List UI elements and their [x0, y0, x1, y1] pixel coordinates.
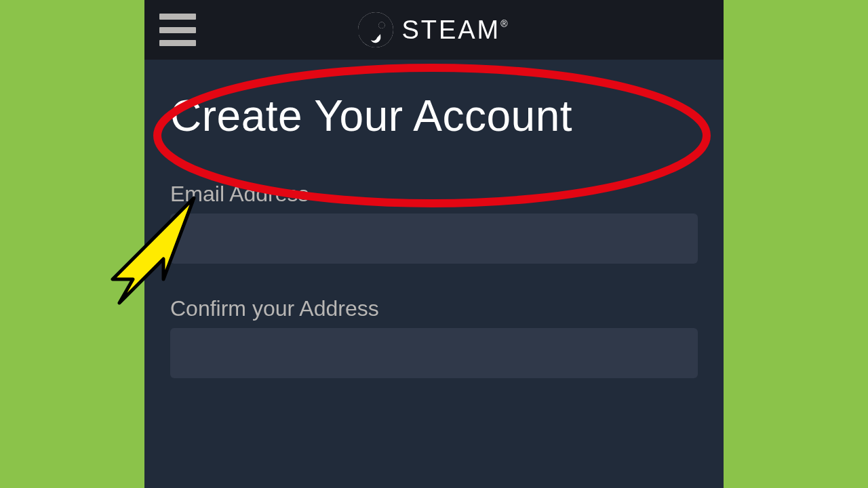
trademark-symbol: ®	[500, 18, 509, 29]
email-field-group: Email Address	[170, 182, 698, 264]
confirm-field-group: Confirm your Address	[170, 296, 698, 378]
steam-icon	[358, 12, 393, 47]
app-header: STEAM®	[144, 0, 724, 60]
hamburger-icon	[159, 27, 196, 33]
app-window: STEAM® Create Your Account Email Address…	[144, 0, 724, 488]
hamburger-icon	[159, 40, 196, 46]
email-input[interactable]	[170, 214, 698, 264]
email-label: Email Address	[170, 182, 698, 207]
hamburger-icon	[159, 14, 196, 20]
svg-point-3	[379, 22, 385, 28]
confirm-label: Confirm your Address	[170, 296, 698, 321]
brand-text: STEAM®	[401, 16, 509, 45]
page-title: Create Your Account	[170, 91, 698, 141]
page-content: Create Your Account Email Address Confir…	[144, 60, 724, 488]
brand-logo: STEAM®	[358, 12, 509, 47]
menu-button[interactable]	[159, 14, 196, 46]
confirm-input[interactable]	[170, 328, 698, 378]
